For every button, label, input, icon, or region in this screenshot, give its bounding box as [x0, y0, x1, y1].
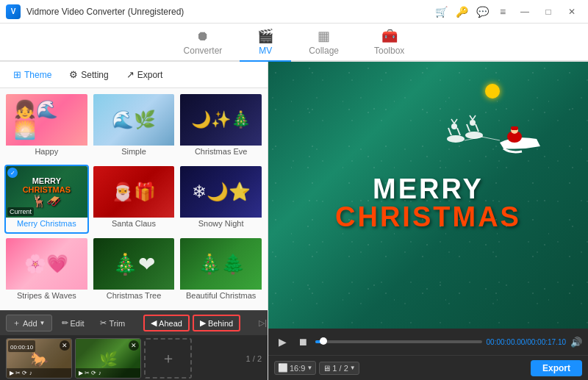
svg-line-5: [454, 119, 457, 123]
behind-icon: ▶: [200, 318, 206, 328]
maximize-button[interactable]: □: [538, 3, 559, 21]
volume-button[interactable]: 🔊: [570, 337, 582, 348]
cart-icon[interactable]: 🛒: [432, 3, 450, 21]
theme-thumb-merry-christmas: MERRY CHRISTMAS 🦌🛷 Current ✓: [6, 166, 87, 218]
ratio-select[interactable]: ⬜ 16:9 ▼: [274, 361, 316, 375]
theme-label-christmas-eve: Christmas Eve: [195, 147, 248, 157]
video-duration-1: 00:00:10: [10, 344, 33, 351]
theme-label-simple: Simple: [121, 147, 146, 157]
tab-collage-label: Collage: [309, 46, 339, 56]
ratio-value: 16:9: [290, 364, 305, 373]
theme-thumb-beautiful-christmas: 🎄🌲: [180, 238, 262, 290]
theme-item-happy[interactable]: 👧🌊🌅 Happy: [4, 93, 89, 162]
progress-bar[interactable]: [315, 340, 482, 343]
ahead-button[interactable]: ◀ Ahead: [143, 315, 190, 331]
theme-thumb-stripes-waves: 🌸💗: [6, 238, 87, 290]
play-button[interactable]: ▶: [274, 334, 290, 350]
theme-thumb-snowy-night: ❄🌙⭐: [180, 166, 262, 218]
menu-icon[interactable]: ≡: [494, 3, 512, 21]
ahead-icon: ◀: [151, 318, 157, 328]
main-layout: ⊞ Theme ⚙ Setting ↗ Export 👧🌊🌅: [0, 62, 588, 380]
setting-icon: ⚙: [69, 69, 78, 80]
video-thumb-2[interactable]: 🌿 ✕ ▶ ✂ ⟳ ♪: [75, 338, 141, 379]
current-badge: Current: [7, 207, 34, 216]
right-panel: MERRY CHRISTMAS ▶ ⏹ 00:00:00.00/00:00:17…: [268, 62, 588, 380]
trim-icon: ✂: [100, 318, 107, 328]
svg-line-1: [448, 128, 451, 135]
video-thumb-1[interactable]: 🐎 ✕ ▶ ✂ ⟳ ♪ 00:00:10: [6, 338, 72, 379]
collage-icon: ▦: [318, 28, 330, 44]
theme-label-christmas-tree: Christmas Tree: [107, 291, 162, 301]
edit-button[interactable]: ✏ Edit: [55, 315, 91, 331]
svg-line-4: [451, 119, 454, 123]
player-controls: ▶ ⏹ 00:00:00.00/00:00:17.10 🔊: [268, 329, 588, 355]
theme-item-santa-claus[interactable]: 🎅🎁 Santa Claus: [92, 165, 176, 234]
theme-item-merry-christmas[interactable]: MERRY CHRISTMAS 🦌🛷 Current ✓ Merry Chris…: [4, 165, 89, 234]
theme-item-simple[interactable]: 🌊🌿 Simple: [92, 93, 176, 162]
minimize-button[interactable]: —: [514, 3, 535, 21]
message-icon[interactable]: 💬: [473, 3, 491, 21]
tab-converter[interactable]: ⏺ Converter: [166, 24, 240, 62]
theme-item-beautiful-christmas[interactable]: 🎄🌲 Beautiful Christmas: [179, 237, 263, 306]
sub-tab-theme-label: Theme: [24, 70, 51, 80]
monitor-icon: 🖥: [323, 364, 331, 373]
video-close-2[interactable]: ✕: [129, 340, 139, 351]
tab-mv[interactable]: 🎬 MV: [240, 24, 291, 62]
svg-point-9: [470, 120, 476, 126]
sub-tab-setting[interactable]: ⚙ Setting: [62, 67, 115, 82]
app-logo: V: [6, 4, 21, 19]
behind-button[interactable]: ▶ Behind: [193, 315, 240, 331]
app-title: Vidmore Video Converter (Unregistered): [26, 7, 432, 17]
svg-point-3: [451, 123, 457, 129]
theme-thumb-simple: 🌊🌿: [93, 94, 175, 146]
converter-icon: ⏺: [196, 29, 209, 44]
key-icon[interactable]: 🔑: [453, 3, 470, 21]
ratio-icon: ⬜: [278, 363, 288, 373]
sub-tab-theme[interactable]: ⊞ Theme: [6, 67, 59, 82]
add-dropdown-icon: ▼: [40, 320, 46, 326]
export-icon: ↗: [126, 69, 135, 80]
theme-item-stripes-waves[interactable]: 🌸💗 Stripes & Waves: [4, 237, 89, 306]
add-label: Add: [23, 319, 37, 328]
mv-icon: 🎬: [257, 28, 273, 44]
tab-collage[interactable]: ▦ Collage: [291, 24, 356, 62]
plus-icon: ＋: [161, 348, 176, 368]
sub-tab-export[interactable]: ↗ Export: [119, 67, 171, 82]
svg-line-2: [457, 128, 460, 135]
time-current: 00:00:00.00: [487, 338, 526, 346]
window-controls: 🛒 🔑 💬 ≡ — □ ✕: [432, 3, 582, 21]
edit-label: Edit: [71, 319, 85, 328]
preview-area: MERRY CHRISTMAS: [268, 62, 588, 329]
nav-tabs: ⏺ Converter 🎬 MV ▦ Collage 🧰 Toolbox: [0, 24, 588, 62]
trim-button[interactable]: ✂ Trim: [93, 315, 132, 331]
tab-converter-label: Converter: [184, 46, 223, 56]
time-total: 00:00:17.10: [527, 338, 566, 346]
preview-bg: MERRY CHRISTMAS: [268, 62, 588, 329]
svg-rect-14: [511, 126, 518, 130]
theme-label-snowy-night: Snowy Night: [198, 219, 244, 229]
timeline-content: 🐎 ✕ ▶ ✂ ⟳ ♪ 00:00:10 🌿 ✕ ▶ ✂ ⟳ ♪: [0, 335, 268, 380]
theme-item-snowy-night[interactable]: ❄🌙⭐ Snowy Night: [179, 165, 263, 234]
export-button[interactable]: Export: [531, 360, 582, 376]
theme-thumb-christmas-eve: 🌙✨🎄: [180, 94, 262, 146]
res-dropdown-icon: ▼: [350, 365, 356, 371]
tab-toolbox[interactable]: 🧰 Toolbox: [356, 24, 422, 62]
theme-grid: 👧🌊🌅 Happy 🌊🌿 Simple: [0, 88, 268, 310]
add-button[interactable]: ＋ Add ▼: [6, 315, 52, 331]
svg-point-0: [447, 135, 465, 143]
resolution-select[interactable]: 🖥 1 / 2 ▼: [319, 362, 359, 375]
stop-button[interactable]: ⏹: [295, 334, 311, 350]
add-video-button[interactable]: ＋: [144, 338, 192, 379]
sub-tab-export-label: Export: [137, 70, 163, 80]
resolution-value: 1 / 2: [332, 364, 348, 373]
video-close-1[interactable]: ✕: [60, 340, 70, 351]
theme-item-christmas-eve[interactable]: 🌙✨🎄 Christmas Eve: [179, 93, 263, 162]
left-panel: ⊞ Theme ⚙ Setting ↗ Export 👧🌊🌅: [0, 62, 268, 380]
behind-label: Behind: [208, 319, 233, 328]
close-button[interactable]: ✕: [562, 3, 582, 21]
theme-item-christmas-tree[interactable]: 🎄❤ Christmas Tree: [92, 237, 176, 306]
svg-line-10: [470, 115, 473, 120]
theme-thumb-santa-claus: 🎅🎁: [93, 166, 175, 218]
video-icons-2: ▶ ✂ ⟳ ♪: [79, 370, 101, 376]
snow-overlay: [268, 62, 588, 329]
